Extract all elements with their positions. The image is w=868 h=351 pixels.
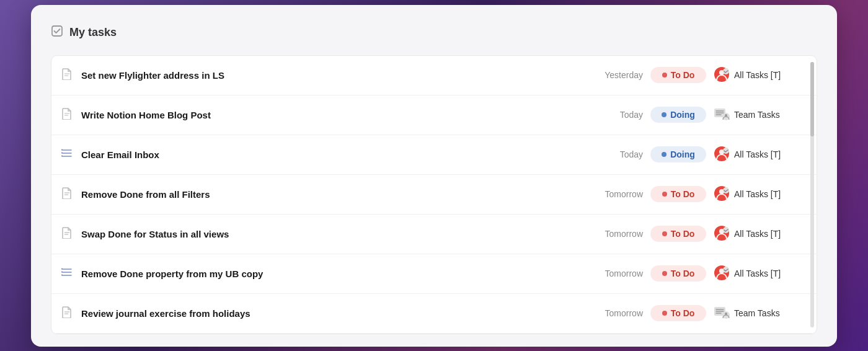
project-badge[interactable]: All Tasks [T] bbox=[714, 265, 807, 283]
task-name: Remove Done property from my UB copy bbox=[81, 269, 580, 279]
status-dot bbox=[662, 271, 667, 276]
task-name: Clear Email Inbox bbox=[81, 149, 580, 160]
task-row[interactable]: Review journal exercise from holidaysTom… bbox=[51, 294, 817, 334]
status-label: Doing bbox=[670, 149, 695, 159]
status-dot bbox=[662, 73, 667, 78]
task-name: Swap Done for Status in all views bbox=[81, 229, 580, 239]
status-label: To Do bbox=[671, 229, 695, 239]
status-badge[interactable]: To Do bbox=[650, 226, 706, 242]
all-tasks-icon bbox=[714, 66, 730, 84]
all-tasks-icon bbox=[714, 146, 730, 164]
doc-icon bbox=[61, 107, 74, 122]
doc-icon bbox=[61, 68, 74, 82]
doc-icon bbox=[61, 187, 74, 202]
checkbox-icon bbox=[51, 25, 63, 40]
project-name: All Tasks [T] bbox=[734, 189, 781, 199]
project-badge[interactable]: All Tasks [T] bbox=[714, 66, 807, 84]
status-label: To Do bbox=[671, 189, 695, 199]
svg-rect-19 bbox=[61, 156, 63, 157]
project-name: All Tasks [T] bbox=[734, 70, 781, 80]
svg-rect-37 bbox=[61, 272, 63, 273]
status-dot bbox=[662, 112, 666, 117]
project-badge[interactable]: All Tasks [T] bbox=[714, 185, 807, 203]
all-tasks-icon bbox=[714, 265, 730, 283]
svg-rect-18 bbox=[61, 153, 63, 154]
project-name: All Tasks [T] bbox=[734, 149, 781, 159]
task-list: Set new Flylighter address in LSYesterda… bbox=[51, 55, 817, 334]
status-badge[interactable]: To Do bbox=[650, 265, 706, 282]
svg-rect-36 bbox=[61, 269, 63, 270]
task-date: Tomorrow bbox=[587, 229, 643, 239]
task-date: Today bbox=[587, 149, 643, 159]
list-icon bbox=[61, 148, 74, 161]
doc-icon bbox=[61, 306, 74, 321]
task-date: Tomorrow bbox=[587, 269, 643, 278]
header: My tasks bbox=[51, 25, 817, 40]
project-badge[interactable]: All Tasks [T] bbox=[714, 225, 807, 243]
task-row[interactable]: Swap Done for Status in all viewsTomorro… bbox=[51, 215, 817, 254]
task-date: Tomorrow bbox=[587, 308, 643, 318]
project-name: All Tasks [T] bbox=[734, 269, 781, 278]
status-badge[interactable]: Doing bbox=[650, 146, 706, 162]
scrollbar[interactable] bbox=[810, 62, 814, 327]
task-row[interactable]: Remove Done property from my UB copyTomo… bbox=[51, 254, 817, 294]
svg-rect-0 bbox=[52, 26, 62, 36]
status-dot bbox=[662, 231, 667, 236]
project-name: All Tasks [T] bbox=[734, 229, 781, 239]
task-name: Write Notion Home Blog Post bbox=[81, 110, 580, 120]
status-badge[interactable]: To Do bbox=[650, 67, 706, 83]
project-badge[interactable]: Team Tasks bbox=[714, 304, 807, 322]
project-name: Team Tasks bbox=[734, 110, 780, 120]
task-row[interactable]: Clear Email InboxTodayDoing All Tasks [T… bbox=[51, 135, 817, 175]
main-card: My tasks Set new Flylighter address in L… bbox=[31, 5, 837, 347]
task-date: Tomorrow bbox=[587, 189, 643, 199]
status-dot bbox=[662, 192, 667, 197]
project-name: Team Tasks bbox=[734, 308, 780, 318]
project-badge[interactable]: All Tasks [T] bbox=[714, 146, 807, 164]
task-name: Review journal exercise from holidays bbox=[81, 308, 580, 319]
task-date: Today bbox=[587, 110, 643, 120]
status-label: Doing bbox=[670, 110, 695, 120]
status-badge[interactable]: Doing bbox=[650, 107, 706, 123]
scrollbar-thumb[interactable] bbox=[810, 62, 814, 136]
task-name: Set new Flylighter address in LS bbox=[81, 70, 580, 81]
status-badge[interactable]: To Do bbox=[650, 186, 706, 202]
status-label: To Do bbox=[671, 269, 695, 278]
status-label: To Do bbox=[671, 70, 695, 80]
team-tasks-icon bbox=[714, 304, 730, 322]
task-row[interactable]: Write Notion Home Blog PostTodayDoing Te… bbox=[51, 96, 817, 135]
svg-rect-17 bbox=[61, 149, 63, 151]
doc-icon bbox=[61, 226, 74, 241]
team-tasks-icon bbox=[714, 106, 730, 124]
task-date: Yesterday bbox=[587, 70, 643, 80]
svg-rect-38 bbox=[61, 275, 63, 276]
status-badge[interactable]: To Do bbox=[650, 305, 706, 321]
all-tasks-icon bbox=[714, 225, 730, 243]
status-label: To Do bbox=[671, 308, 695, 318]
status-dot bbox=[662, 311, 667, 316]
status-dot bbox=[662, 152, 666, 157]
task-row[interactable]: Remove Done from all FiltersTomorrowTo D… bbox=[51, 175, 817, 215]
page-title: My tasks bbox=[69, 26, 117, 39]
list-icon bbox=[61, 267, 74, 280]
project-badge[interactable]: Team Tasks bbox=[714, 106, 807, 124]
task-name: Remove Done from all Filters bbox=[81, 189, 580, 200]
task-row[interactable]: Set new Flylighter address in LSYesterda… bbox=[51, 56, 817, 96]
all-tasks-icon bbox=[714, 185, 730, 203]
